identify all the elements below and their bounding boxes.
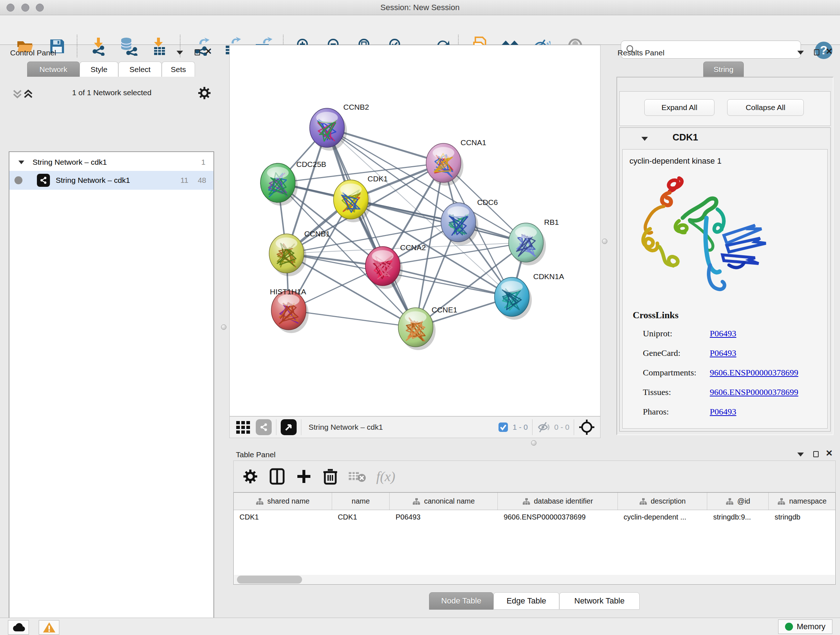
node-label: CCNA1 [461, 138, 486, 147]
control-panel-title: Control Panel [10, 49, 56, 57]
gear-icon[interactable] [197, 86, 211, 100]
column-header[interactable]: name [332, 493, 390, 510]
network-row-selected[interactable]: String Network – cdk1 11 48 [9, 171, 213, 190]
expand-all-icon[interactable] [23, 89, 33, 100]
node-label: CDC6 [477, 198, 498, 206]
cytoscape-window: Session: New Session [0, 0, 840, 635]
crosslink-link[interactable]: 9606.ENSP00000378699 [710, 368, 798, 378]
crosslink-label: Tissues: [643, 387, 671, 397]
crosslink-link[interactable]: 9606.ENSP00000378699 [710, 387, 798, 397]
column-header[interactable]: database identifier [498, 493, 618, 510]
tab-node-table[interactable]: Node Table [429, 592, 493, 610]
node-label: CCNE1 [431, 306, 457, 314]
network-node-ccnb2[interactable]: CCNB2 [309, 103, 369, 150]
column-header[interactable]: description [618, 493, 707, 510]
panel-close-icon[interactable]: ✕ [826, 48, 833, 55]
network-selector-bar: 1 of 1 Network selected [9, 83, 214, 106]
title-bar: Session: New Session [0, 0, 840, 15]
left-splitter-handle[interactable] [221, 325, 226, 330]
delete-column-icon[interactable] [323, 468, 338, 485]
right-splitter-handle[interactable] [602, 239, 607, 244]
grid-layout-icon[interactable] [235, 420, 251, 435]
network-view-title: String Network – cdk1 [309, 423, 383, 432]
node-label: CCNB1 [304, 230, 330, 238]
node-label: CDC25B [296, 160, 326, 168]
crosshair-icon[interactable] [578, 419, 595, 435]
expand-all-button[interactable]: Expand All [644, 99, 714, 116]
node-label: CDK1 [368, 174, 388, 183]
panel-close-icon[interactable]: ✕ [826, 450, 833, 457]
collection-label: String Network – cdk1 [33, 158, 107, 166]
network-edge-count: 48 [198, 176, 206, 185]
tab-network-table[interactable]: Network Table [559, 592, 639, 610]
collection-count: 1 [201, 158, 205, 166]
column-header[interactable]: namespace [769, 493, 835, 510]
network-node-ccna1[interactable]: CCNA1 [426, 138, 486, 186]
table-hscrollbar-thumb[interactable] [237, 576, 302, 584]
table-header-row: shared name name canonical name database… [234, 493, 835, 510]
birdseye-view-icon[interactable] [281, 419, 297, 435]
panel-close-icon[interactable]: ✕ [205, 48, 212, 55]
collapse-all-icon[interactable] [12, 89, 22, 100]
selected-checkbox-icon[interactable] [498, 422, 508, 432]
panel-minimize-icon[interactable] [177, 51, 183, 55]
hidden-eye-icon[interactable] [537, 422, 551, 432]
network-node-ccna2[interactable]: CCNA2 [365, 243, 426, 289]
crosslink-link[interactable]: P06493 [710, 348, 736, 358]
window-title: Session: New Session [0, 3, 840, 12]
crosslink-label: Pharos: [643, 407, 669, 417]
crosslink-label: Uniprot: [643, 329, 672, 339]
network-edge[interactable] [351, 200, 526, 242]
tree-expand-icon[interactable] [19, 160, 24, 164]
tab-string[interactable]: String [703, 62, 744, 77]
node-label: CDKN1A [533, 272, 564, 280]
memory-button[interactable]: Memory [778, 619, 832, 634]
string-style-icon[interactable] [256, 419, 272, 435]
panel-minimize-icon[interactable] [797, 51, 804, 55]
network-node-rb1[interactable]: RB1 [508, 218, 559, 265]
panel-minimize-icon[interactable] [797, 453, 804, 456]
collapse-all-button[interactable]: Collapse All [727, 99, 804, 116]
protein-collapse-icon[interactable] [641, 137, 648, 141]
panel-float-icon[interactable] [813, 451, 819, 457]
warning-button[interactable] [39, 620, 59, 635]
panel-float-icon[interactable] [814, 49, 819, 55]
memory-status-dot [785, 623, 793, 631]
network-node-cdk1[interactable]: CDK1 [333, 174, 388, 222]
bottom-splitter-handle[interactable] [531, 440, 537, 446]
panel-float-icon[interactable] [195, 49, 200, 55]
network-edge[interactable] [327, 128, 416, 327]
tab-style[interactable]: Style [80, 62, 118, 77]
function-builder-icon: f(x) [376, 469, 395, 485]
tab-edge-table[interactable]: Edge Table [493, 592, 559, 610]
warning-icon [43, 622, 56, 633]
crosslinks-title: CrossLinks [633, 310, 679, 321]
network-node-ccne1[interactable]: CCNE1 [398, 306, 457, 350]
tab-sets[interactable]: Sets [162, 62, 195, 77]
table-panel-title: Table Panel [236, 450, 276, 459]
tab-select[interactable]: Select [118, 62, 162, 77]
add-column-icon[interactable] [296, 469, 312, 485]
crosslink-label: Compartments: [643, 368, 696, 378]
network-collection-row[interactable]: String Network – cdk1 1 [9, 154, 213, 171]
table-hscrollbar [234, 575, 835, 584]
column-header[interactable]: canonical name [390, 493, 498, 510]
cloud-button[interactable] [8, 620, 29, 635]
column-header[interactable]: shared name [234, 493, 332, 510]
network-list [9, 151, 214, 635]
results-panel-title: Results Panel [617, 49, 665, 57]
network-node-hist1h1a[interactable]: HIST1H1A [270, 287, 309, 333]
table-settings-gear-icon[interactable] [242, 469, 258, 485]
network-canvas[interactable]: CCNB2CCNA1CDC25BCDK1CDC6RB1CCNB1CCNA2CDK… [229, 45, 600, 416]
table-row[interactable]: CDK1 CDK1 P06493 9606.ENSP00000378699 cy… [234, 510, 835, 524]
tab-network[interactable]: Network [27, 62, 80, 77]
network-node-cdkn1a[interactable]: CDKN1A [494, 272, 564, 320]
crosslink-link[interactable]: P06493 [710, 329, 736, 339]
memory-label: Memory [797, 622, 825, 631]
node-label: HIST1H1A [270, 287, 306, 296]
selected-counts: 1 - 0 [513, 423, 528, 432]
show-columns-icon[interactable] [269, 468, 285, 485]
crosslink-link[interactable]: P06493 [710, 407, 736, 417]
network-node-cdc25b[interactable]: CDC25B [261, 160, 326, 206]
column-header[interactable]: @id [707, 493, 769, 510]
